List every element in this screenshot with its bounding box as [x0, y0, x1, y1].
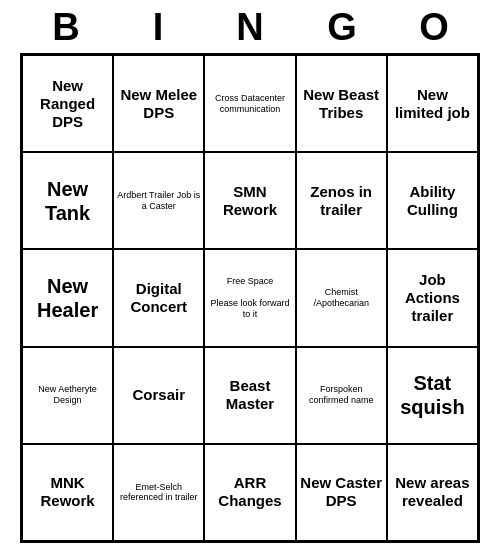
title-letter-b: B — [26, 6, 106, 49]
bingo-cell-19: Stat squish — [387, 347, 478, 444]
bingo-cell-0: New Ranged DPS — [22, 55, 113, 152]
bingo-cell-11: Digital Concert — [113, 249, 204, 346]
bingo-cell-4: New limited job — [387, 55, 478, 152]
bingo-cell-5: New Tank — [22, 152, 113, 249]
title-letter-i: I — [118, 6, 198, 49]
bingo-cell-14: Job Actions trailer — [387, 249, 478, 346]
bingo-cell-18: Forspoken confirmed name — [296, 347, 387, 444]
bingo-cell-12: Free Space Please look forward to it — [204, 249, 295, 346]
bingo-cell-24: New areas revealed — [387, 444, 478, 541]
bingo-cell-3: New Beast Tribes — [296, 55, 387, 152]
bingo-cell-1: New Melee DPS — [113, 55, 204, 152]
bingo-title: B I N G O — [20, 0, 480, 53]
bingo-cell-21: Emet-Selch referenced in trailer — [113, 444, 204, 541]
bingo-grid: New Ranged DPSNew Melee DPSCross Datacen… — [20, 53, 480, 543]
bingo-cell-17: Beast Master — [204, 347, 295, 444]
bingo-cell-13: Chemist /Apothecarian — [296, 249, 387, 346]
title-letter-n: N — [210, 6, 290, 49]
bingo-cell-20: MNK Rework — [22, 444, 113, 541]
bingo-cell-6: Ardbert Trailer Job is a Caster — [113, 152, 204, 249]
bingo-cell-10: New Healer — [22, 249, 113, 346]
bingo-cell-2: Cross Datacenter communication — [204, 55, 295, 152]
bingo-cell-8: Zenos in trailer — [296, 152, 387, 249]
bingo-cell-9: Ability Culling — [387, 152, 478, 249]
bingo-cell-22: ARR Changes — [204, 444, 295, 541]
bingo-cell-23: New Caster DPS — [296, 444, 387, 541]
bingo-cell-16: Corsair — [113, 347, 204, 444]
title-letter-o: O — [394, 6, 474, 49]
title-letter-g: G — [302, 6, 382, 49]
bingo-cell-15: New Aetheryte Design — [22, 347, 113, 444]
bingo-cell-7: SMN Rework — [204, 152, 295, 249]
